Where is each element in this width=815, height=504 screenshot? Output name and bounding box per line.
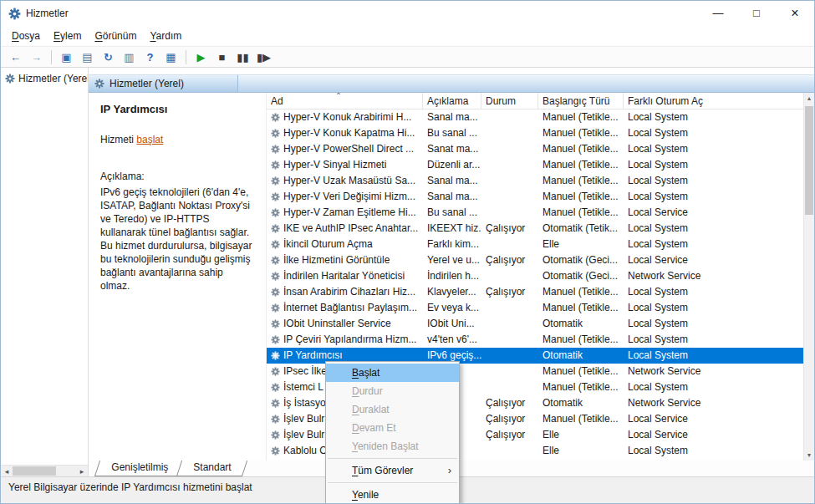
service-gear-icon (271, 399, 280, 408)
menu-bar: DosyaEylemGörünümYardım (1, 26, 814, 46)
service-logon-cell: Local System (624, 125, 803, 141)
context-menu-item-pause: Duraklat (326, 400, 459, 419)
scroll-down-arrow-icon[interactable]: ▾ (804, 450, 814, 461)
pane-header: Hizmetler (Yerel) (89, 74, 814, 93)
scroll-right-arrow-icon[interactable]: ▸ (76, 466, 88, 477)
service-row[interactable]: IP Çeviri Yapılandırma Hizm...v4'ten v6'… (267, 332, 803, 348)
service-desc-cell: Klavyeler... (423, 284, 481, 300)
scrollbar-track[interactable] (13, 466, 76, 476)
context-menu-item-start[interactable]: Başlat (326, 364, 459, 382)
tab-genisletilmis[interactable]: Genişletilmiş (94, 461, 185, 476)
column-header-logon-as[interactable]: Farklı Oturum Aç (624, 93, 803, 109)
minimize-button[interactable]: — (699, 1, 737, 26)
service-row[interactable]: Hyper-V Konuk Kapatma Hi...Bu sanal ...M… (267, 125, 803, 141)
service-gear-icon (271, 160, 280, 170)
export-list-button[interactable]: ▥ (119, 51, 140, 64)
column-header-status[interactable]: Durum (481, 93, 538, 109)
service-row[interactable]: İndirilen Haritalar Yöneticisiİndirilen … (267, 268, 803, 284)
service-row[interactable]: İnsan Arabirim Cihazları Hiz...Klavyeler… (267, 284, 803, 300)
service-stat-cell (481, 237, 538, 252)
context-menu-item-all-tasks[interactable]: Tüm Görevler› (326, 461, 459, 480)
service-desc-cell: Bu sanal ... (423, 125, 481, 141)
view-list-button[interactable]: ▦ (160, 51, 181, 64)
service-row[interactable]: İkincil Oturum AçmaFarklı kim...ElleLoca… (267, 237, 803, 252)
service-row[interactable]: IKE ve AuthIP IPsec Anahtar...IKEEXT hiz… (267, 221, 803, 237)
help-button[interactable]: ? (140, 51, 160, 64)
service-desc-cell: v4'ten v6'... (423, 332, 481, 348)
service-description: IPv6 geçiş teknolojileri (6'dan 4'e, ISA… (100, 186, 254, 293)
tab-standart[interactable]: Standart (176, 461, 248, 476)
menu-item-3[interactable]: Yardım (143, 26, 188, 46)
service-gear-icon (271, 288, 280, 297)
service-start-cell: Otomatik (538, 316, 624, 332)
service-row[interactable]: Hyper-V Konuk Arabirimi H...Sanal ma...M… (267, 109, 803, 125)
service-stat-cell (481, 332, 538, 348)
service-gear-icon (271, 208, 280, 217)
back-button[interactable]: ← (5, 51, 26, 64)
service-stat-cell (481, 300, 538, 316)
service-start-cell: Manuel (Tetikle... (538, 189, 624, 205)
properties-button[interactable]: ▤ (77, 51, 98, 64)
pane-title: Hizmetler (Yerel) (110, 78, 184, 89)
service-logon-cell: Local System (624, 173, 803, 189)
column-header-description[interactable]: Açıklama (423, 93, 481, 109)
pause-service-button[interactable]: ▮▮ (232, 51, 253, 64)
service-start-cell: Elle (538, 427, 624, 443)
maximize-button[interactable]: □ (737, 1, 776, 26)
column-header-name[interactable]: Adˆ (267, 93, 423, 109)
context-menu-item-refresh[interactable]: Yenile (326, 486, 459, 504)
service-row[interactable]: İnternet Bağlantısı Paylaşım...Ev veya k… (267, 300, 803, 316)
menu-item-2[interactable]: Görünüm (88, 26, 143, 46)
service-start-cell: Otomatik (Geci... (538, 268, 624, 284)
service-stat-cell: Çalışıyor (481, 427, 538, 443)
service-row[interactable]: İlke Hizmetini GörüntüleYerel ve u...Çal… (267, 252, 803, 268)
service-row[interactable]: Hyper-V PowerShell Direct ...Sanat ma...… (267, 141, 803, 157)
forward-button[interactable]: → (26, 51, 47, 64)
description-label: Açıklama: (100, 171, 254, 182)
service-row[interactable]: Hyper-V Zaman Eşitleme Hi...Bu sanal ...… (267, 205, 803, 221)
service-desc-cell: Sanal ma... (423, 173, 481, 189)
list-vertical-scrollbar[interactable]: ▴ ▾ (803, 93, 814, 461)
toolbar: ←→▣▤↻▥?▦▶■▮▮▮▶ (1, 46, 814, 68)
close-button[interactable]: × (776, 1, 814, 26)
services-node-icon (5, 74, 15, 84)
service-stat-cell: Çalışıyor (481, 252, 538, 268)
tree-item-services-local[interactable]: Hizmetler (Yerel) (1, 68, 88, 86)
service-stat-cell (481, 379, 538, 395)
start-service-button[interactable]: ▶ (191, 51, 211, 64)
service-name-cell: İnternet Bağlantısı Paylaşım... (267, 300, 423, 316)
show-console-tree-button[interactable]: ▣ (56, 51, 77, 64)
restart-service-button[interactable]: ▮▶ (253, 51, 274, 64)
menu-item-0[interactable]: Dosya (5, 26, 47, 46)
service-logon-cell: Local System (624, 443, 803, 459)
service-row[interactable]: Hyper-V Veri Değişimi Hizm...Sanal ma...… (267, 189, 803, 205)
service-row[interactable]: Hyper-V Sinyal HizmetiDüzenli ar...Manue… (267, 157, 803, 173)
tree-horizontal-scrollbar[interactable]: ◂ ▸ (1, 465, 88, 476)
service-row[interactable]: Hyper-V Uzak Masaüstü Sa...Sanal ma...Ma… (267, 173, 803, 189)
service-action: Hizmeti başlat (100, 134, 254, 145)
service-row[interactable]: IObit Uninstaller ServiceIObit Uni...Oto… (267, 316, 803, 332)
refresh-button[interactable]: ↻ (98, 51, 119, 64)
scroll-left-arrow-icon[interactable]: ◂ (1, 466, 13, 477)
scroll-up-arrow-icon[interactable]: ▴ (804, 93, 814, 104)
service-stat-cell (481, 268, 538, 284)
service-name-cell: IKE ve AuthIP IPsec Anahtar... (267, 221, 423, 237)
column-header-startup-type[interactable]: Başlangıç Türü (538, 93, 624, 109)
start-service-link[interactable]: başlat (136, 134, 163, 145)
service-logon-cell: Local System (624, 348, 803, 364)
service-logon-cell: Local System (624, 379, 803, 395)
menu-item-1[interactable]: Eylem (47, 26, 88, 46)
service-desc-cell: Bu sanal ... (423, 205, 481, 221)
service-start-cell: Otomatik (Geci... (538, 252, 624, 268)
service-name-cell: Hyper-V Sinyal Hizmeti (267, 157, 423, 173)
service-start-cell: Manuel (Tetikle... (538, 284, 624, 300)
service-gear-icon (271, 319, 280, 328)
service-logon-cell: Local System (624, 221, 803, 237)
service-start-cell: Manuel (Tetikle... (538, 205, 624, 221)
stop-service-button[interactable]: ■ (211, 51, 232, 64)
selected-service-name: IP Yardımcısı (100, 103, 254, 115)
services-node-icon (94, 79, 104, 89)
service-desc-cell: Farklı kim... (423, 237, 481, 252)
scrollbar-thumb[interactable] (805, 106, 813, 215)
scrollbar-thumb[interactable] (13, 466, 56, 476)
